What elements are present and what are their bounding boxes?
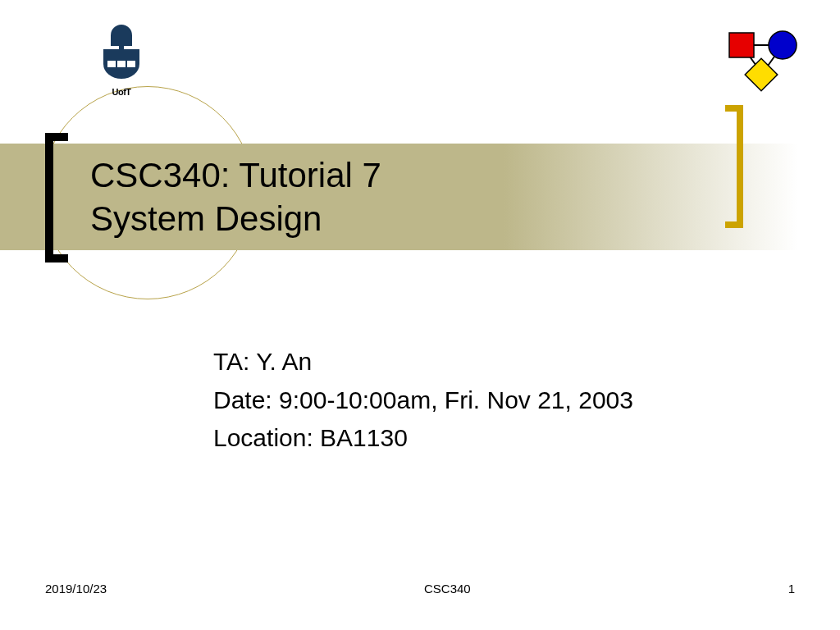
shapes-logo-icon	[725, 29, 799, 98]
title-line-1: CSC340: Tutorial 7	[90, 154, 381, 198]
uoft-logo: UofT	[97, 25, 146, 97]
slide-title: CSC340: Tutorial 7 System Design	[90, 154, 381, 240]
uoft-label: UofT	[97, 87, 146, 97]
ta-line: TA: Y. An	[213, 343, 722, 381]
right-bracket-icon	[725, 105, 743, 228]
title-line-2: System Design	[90, 198, 381, 241]
date-line: Date: 9:00-10:00am, Fri. Nov 21, 2003	[213, 381, 722, 420]
footer-date: 2019/10/23	[45, 582, 107, 596]
left-bracket-icon	[45, 133, 68, 262]
footer-center: CSC340	[424, 582, 471, 596]
uoft-crest-icon	[101, 25, 142, 82]
svg-rect-3	[729, 33, 754, 57]
svg-rect-5	[745, 58, 778, 91]
slide-footer: 2019/10/23 CSC340 1	[45, 582, 795, 596]
svg-point-4	[769, 31, 797, 59]
footer-page: 1	[788, 582, 795, 596]
slide-body: TA: Y. An Date: 9:00-10:00am, Fri. Nov 2…	[213, 343, 722, 458]
location-line: Location: BA1130	[213, 419, 722, 458]
